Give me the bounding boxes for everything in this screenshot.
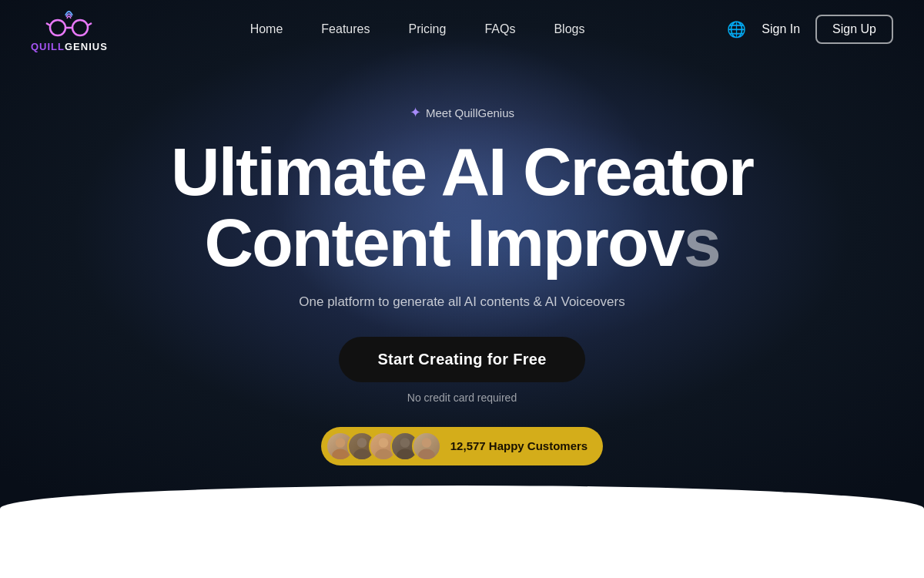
hero-title: Ultimate AI Creator Content Improvs — [171, 136, 753, 279]
hero-title-line1: Ultimate AI Creator — [171, 133, 753, 210]
navbar: QUILLGENIUS Home Features Pricing FAQs B… — [0, 0, 924, 58]
customers-count-text: 12,577 Happy Customers — [450, 439, 588, 452]
nav-actions: 🌐 Sign In Sign Up — [727, 15, 893, 44]
svg-point-8 — [353, 449, 370, 460]
svg-point-10 — [375, 449, 391, 460]
svg-point-13 — [422, 438, 432, 448]
svg-line-4 — [88, 23, 92, 25]
nav-item-home[interactable]: Home — [250, 22, 283, 36]
svg-point-1 — [72, 20, 88, 35]
customer-avatars — [326, 432, 441, 461]
logo-icon — [44, 6, 94, 41]
meet-badge-text: Meet QuillGenius — [426, 106, 514, 119]
nav-link-features[interactable]: Features — [321, 22, 370, 35]
svg-point-11 — [400, 438, 410, 448]
svg-point-0 — [50, 20, 65, 35]
nav-item-blogs[interactable]: Blogs — [554, 22, 584, 36]
svg-point-12 — [397, 449, 413, 460]
sign-in-button[interactable]: Sign In — [762, 22, 800, 36]
sign-up-button[interactable]: Sign Up — [815, 15, 893, 44]
hero-title-line2: Content Improv — [204, 204, 683, 281]
nav-link-blogs[interactable]: Blogs — [554, 22, 584, 35]
nav-link-home[interactable]: Home — [250, 22, 283, 35]
svg-point-7 — [357, 438, 367, 448]
avatar-5 — [412, 432, 441, 461]
nav-link-pricing[interactable]: Pricing — [408, 22, 446, 35]
sparkle-icon: ✦ — [410, 104, 421, 121]
svg-point-5 — [336, 438, 346, 448]
svg-point-9 — [379, 438, 389, 448]
meet-badge: ✦ Meet QuillGenius — [410, 104, 514, 121]
logo-link[interactable]: QUILLGENIUS — [31, 6, 108, 52]
svg-line-3 — [46, 23, 50, 25]
customers-badge: 12,577 Happy Customers — [321, 427, 603, 465]
nav-item-faqs[interactable]: FAQs — [484, 22, 515, 36]
cta-button[interactable]: Start Creating for Free — [339, 337, 584, 382]
bottom-wave — [0, 486, 924, 578]
hero-title-partial: s — [684, 204, 720, 281]
nav-link-faqs[interactable]: FAQs — [484, 22, 515, 35]
no-credit-card-text: No credit card required — [407, 391, 517, 404]
globe-icon: 🌐 — [727, 21, 746, 38]
nav-item-pricing[interactable]: Pricing — [408, 22, 446, 36]
language-button[interactable]: 🌐 — [727, 20, 746, 39]
svg-point-6 — [332, 449, 348, 460]
hero-section: ✦ Meet QuillGenius Ultimate AI Creator C… — [0, 58, 924, 465]
logo-text: QUILLGENIUS — [31, 41, 108, 52]
hero-subtitle: One platform to generate all AI contents… — [299, 294, 624, 310]
nav-links: Home Features Pricing FAQs Blogs — [250, 22, 585, 36]
svg-point-14 — [418, 449, 434, 460]
nav-item-features[interactable]: Features — [321, 22, 370, 36]
